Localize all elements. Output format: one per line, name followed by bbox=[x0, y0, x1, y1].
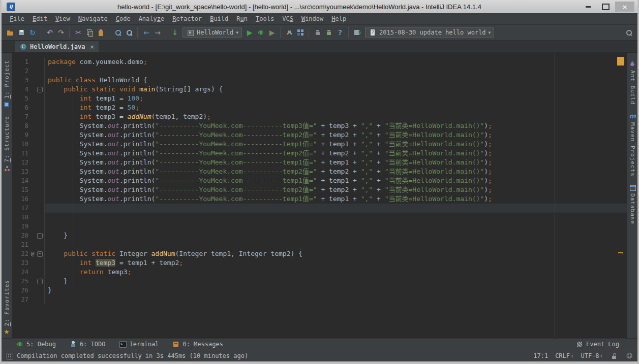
forward-icon[interactable]: → bbox=[152, 27, 163, 38]
menu-edit[interactable]: Edit bbox=[28, 15, 51, 22]
code-editor[interactable]: 1package com.youmeek.demo;23public class… bbox=[12, 53, 627, 338]
code-text[interactable] bbox=[45, 213, 627, 222]
code-line-22[interactable]: 22@− public static Integer addNum(Intege… bbox=[12, 249, 627, 258]
code-line-25[interactable]: 25ˆ } bbox=[12, 277, 627, 286]
code-line-4[interactable]: 4− public static void main(String[] args… bbox=[12, 85, 627, 94]
android-device-icon[interactable] bbox=[323, 27, 334, 38]
sync-settings-icon[interactable] bbox=[352, 27, 363, 38]
code-line-2[interactable]: 2 bbox=[12, 67, 627, 76]
code-line-15[interactable]: 15 System.out.println("----------YouMeek… bbox=[12, 185, 627, 194]
toolwindow-0-messages[interactable]: 0: Messages bbox=[172, 340, 223, 348]
code-text[interactable]: } bbox=[45, 286, 627, 295]
menu-view[interactable]: View bbox=[51, 15, 74, 22]
encoding-selector[interactable]: UTF-8 ↕ bbox=[581, 352, 603, 359]
fold-marker-icon[interactable]: − bbox=[37, 251, 43, 257]
code-text[interactable]: int temp3 = temp1 + temp2; bbox=[45, 258, 627, 268]
menu-vcs[interactable]: VCS bbox=[278, 15, 297, 22]
code-line-6[interactable]: 6 int temp2 = 50; bbox=[12, 103, 627, 112]
code-text[interactable]: System.out.println("----------YouMeek.co… bbox=[45, 158, 627, 167]
code-line-13[interactable]: 13 System.out.println("----------YouMeek… bbox=[12, 167, 627, 176]
fold-marker-icon[interactable]: ˆ bbox=[37, 279, 43, 284]
code-line-17[interactable]: 17 bbox=[12, 204, 627, 213]
code-text[interactable]: public class HelloWorld { bbox=[45, 76, 627, 85]
lock-icon[interactable] bbox=[610, 352, 618, 360]
open-folder-icon[interactable] bbox=[5, 27, 16, 38]
code-text[interactable]: public static Integer addNum(Integer tem… bbox=[45, 249, 627, 258]
tab-helloworld-java[interactable]: HelloWorld.java × bbox=[15, 41, 99, 52]
code-line-21[interactable]: 21 bbox=[12, 240, 627, 249]
fold-marker-icon[interactable]: − bbox=[37, 87, 43, 92]
code-text[interactable] bbox=[45, 204, 627, 213]
stripe-item-1-project[interactable]: 1: Project bbox=[3, 60, 11, 109]
fold-marker-icon[interactable]: ˆ bbox=[37, 233, 43, 239]
menu-build[interactable]: Build bbox=[206, 15, 232, 22]
code-text[interactable]: System.out.println("----------YouMeek.co… bbox=[45, 185, 627, 194]
stripe-item-database[interactable]: Database bbox=[628, 183, 636, 224]
code-text[interactable]: } bbox=[45, 277, 627, 286]
code-text[interactable]: } bbox=[45, 231, 627, 240]
menu-tools[interactable]: Tools bbox=[252, 15, 278, 22]
toolwindow-event-log[interactable]: Event Log bbox=[575, 340, 619, 348]
code-text[interactable]: System.out.println("----------YouMeek.co… bbox=[45, 194, 627, 204]
code-text[interactable] bbox=[45, 240, 627, 249]
code-line-27[interactable]: 27 bbox=[12, 295, 627, 304]
menu-file[interactable]: File bbox=[6, 15, 28, 22]
save-all-icon[interactable] bbox=[16, 27, 27, 38]
vcs-action-combo[interactable]: 2015-08-30 update hello world▼ bbox=[365, 27, 494, 38]
code-text[interactable] bbox=[45, 222, 627, 231]
code-line-18[interactable]: 18 bbox=[12, 213, 627, 222]
code-text[interactable]: System.out.println("----------YouMeek.co… bbox=[45, 140, 627, 149]
code-line-16[interactable]: 16 System.out.println("----------YouMeek… bbox=[12, 194, 627, 204]
code-line-9[interactable]: 9 System.out.println("----------YouMeek.… bbox=[12, 130, 627, 140]
copy-icon[interactable] bbox=[84, 27, 95, 38]
redo-icon[interactable]: ↷ bbox=[55, 27, 67, 38]
fold-marker[interactable]: − bbox=[36, 85, 45, 94]
debug-icon[interactable] bbox=[255, 27, 266, 38]
coverage-icon[interactable]: ▶ bbox=[266, 27, 278, 38]
code-text[interactable]: System.out.println("----------YouMeek.co… bbox=[45, 130, 627, 140]
run-config-combo[interactable]: HelloWorld▼ bbox=[182, 27, 242, 38]
menu-analyze[interactable]: Analyze bbox=[135, 15, 169, 22]
toolwindow-5-debug[interactable]: 5: Debug bbox=[16, 340, 56, 348]
code-line-3[interactable]: 3public class HelloWorld { bbox=[12, 76, 627, 85]
compare-lines-icon[interactable]: ↓ bbox=[169, 27, 180, 38]
code-line-20[interactable]: 20ˆ } bbox=[12, 231, 627, 240]
stripe-item-ant-build[interactable]: Ant Build bbox=[628, 60, 636, 105]
code-line-26[interactable]: 26} bbox=[12, 286, 627, 295]
code-line-19[interactable]: 19 bbox=[12, 222, 627, 231]
error-stripe-tick[interactable] bbox=[618, 252, 623, 253]
tab-close-icon[interactable]: × bbox=[89, 44, 94, 50]
replace-icon[interactable] bbox=[124, 27, 135, 38]
toolwindow-6-todo[interactable]: 6: TODO bbox=[69, 340, 106, 348]
hector-inspection-icon[interactable]: ☺ bbox=[625, 352, 633, 360]
stripe-item-2-favorites[interactable]: 2: Favorites★ bbox=[3, 280, 11, 337]
code-text[interactable]: int temp2 = 50; bbox=[45, 103, 627, 112]
undo-icon[interactable]: ↶ bbox=[44, 27, 55, 38]
maximize-button[interactable] bbox=[598, 2, 613, 12]
code-line-5[interactable]: 5 int temp1 = 100; bbox=[12, 94, 627, 103]
line-separator-selector[interactable]: CRLF ↕ bbox=[555, 352, 573, 359]
menu-help[interactable]: Help bbox=[327, 15, 350, 22]
code-text[interactable]: System.out.println("----------YouMeek.co… bbox=[45, 149, 627, 158]
code-text[interactable]: package com.youmeek.demo; bbox=[45, 57, 627, 67]
code-line-11[interactable]: 11 System.out.println("----------YouMeek… bbox=[12, 149, 627, 158]
settings-icon[interactable] bbox=[284, 27, 295, 38]
code-line-14[interactable]: 14 System.out.println("----------YouMeek… bbox=[12, 176, 627, 185]
code-line-12[interactable]: 12 System.out.println("----------YouMeek… bbox=[12, 158, 627, 167]
close-button[interactable]: × bbox=[615, 2, 634, 12]
menu-code[interactable]: Code bbox=[112, 15, 135, 22]
code-text[interactable]: public static void main(String[] args) { bbox=[45, 85, 627, 94]
run-icon[interactable]: ▶ bbox=[244, 27, 255, 38]
paste-icon[interactable] bbox=[95, 27, 106, 38]
code-line-7[interactable]: 7 int temp3 = addNum(temp1, temp2); bbox=[12, 112, 627, 121]
cut-icon[interactable]: ✂ bbox=[73, 27, 84, 38]
code-text[interactable]: System.out.println("----------YouMeek.co… bbox=[45, 176, 627, 185]
menu-run[interactable]: Run bbox=[232, 15, 252, 22]
search-everywhere-icon[interactable] bbox=[623, 27, 634, 38]
fold-marker[interactable]: − bbox=[36, 249, 45, 258]
menu-refactor[interactable]: Refactor bbox=[168, 15, 206, 22]
code-text[interactable]: int temp1 = 100; bbox=[45, 94, 627, 103]
android-sdk-icon[interactable] bbox=[312, 27, 323, 38]
fold-marker[interactable]: ˆ bbox=[36, 277, 45, 286]
caret-position[interactable]: 17:1 bbox=[533, 352, 548, 359]
